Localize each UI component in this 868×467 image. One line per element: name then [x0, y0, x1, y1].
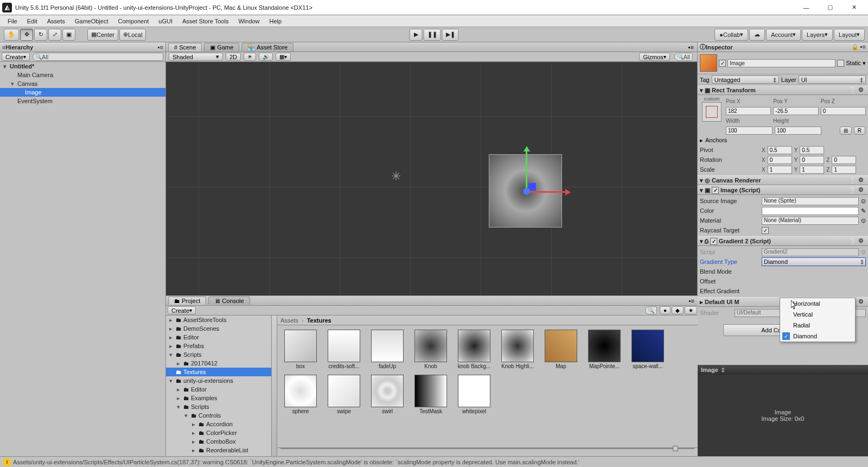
asset-item[interactable]: Knob [412, 330, 450, 369]
hierarchy-item[interactable]: EventSystem [0, 97, 165, 105]
component-gear-icon[interactable]: ⚙ [858, 176, 866, 184]
scale-x-input[interactable] [768, 166, 792, 174]
tab-scene[interactable]: #Scene [168, 43, 202, 51]
gameobject-name-input[interactable] [727, 59, 835, 67]
popup-item-radial[interactable]: Radial [780, 320, 855, 331]
menu-edit[interactable]: Edit [23, 17, 42, 26]
project-save-search[interactable]: ★ [685, 306, 697, 314]
mode-2d-toggle[interactable]: 2D [226, 53, 241, 61]
rot-x-input[interactable] [768, 156, 792, 164]
minimize-button[interactable]: — [794, 1, 818, 15]
draw-mode-dropdown[interactable]: Shaded▾ [169, 53, 223, 61]
project-folder-item[interactable]: ▾🖿Scripts [166, 402, 271, 411]
step-button[interactable]: ▶❚ [442, 29, 459, 41]
pivot-y-input[interactable] [800, 146, 824, 154]
inspector-options-icon[interactable]: 🔒 ▪≡ [851, 43, 866, 51]
hierarchy-search-input[interactable]: 🔍All [33, 53, 163, 61]
tab-project[interactable]: 🖿Project [168, 296, 206, 305]
move-handle-center[interactable] [523, 188, 530, 195]
image-script-header[interactable]: ▾ ▣ ✓ Image (Script) ❔ ⚙ [698, 185, 868, 195]
hierarchy-options-icon[interactable]: ▪≡ [158, 44, 163, 51]
project-folder-item[interactable]: ▸🖿ColorPicker [166, 428, 271, 437]
posy-input[interactable] [773, 107, 818, 115]
hand-tool-button[interactable]: ✋ [4, 29, 19, 41]
asset-item[interactable]: space-wall... [629, 330, 667, 369]
canvas-renderer-header[interactable]: ▾ ◎ Canvas Renderer ❔ ⚙ [698, 175, 868, 185]
asset-item[interactable]: MapPointe... [585, 330, 623, 369]
project-folder-item[interactable]: ▾🖿Controls [166, 411, 271, 420]
asset-item[interactable]: Knob Highli... [499, 330, 537, 369]
asset-item[interactable]: Map [542, 330, 580, 369]
project-folder-item[interactable]: ▾🖿unity-ui-extensions [166, 376, 271, 385]
gameobject-active-checkbox[interactable]: ✓ [719, 60, 726, 67]
static-dropdown-icon[interactable]: ▾ [863, 60, 866, 67]
project-folder-item[interactable]: 🖿Textures [166, 368, 271, 376]
menu-help[interactable]: Help [265, 17, 286, 26]
object-picker-icon[interactable]: ⊙ [861, 217, 866, 224]
component-help-icon[interactable]: ❔ [849, 238, 857, 245]
asset-item[interactable]: box [282, 330, 320, 369]
menu-ugui[interactable]: uGUI [154, 17, 177, 26]
breadcrumb-assets[interactable]: Assets [280, 317, 298, 324]
hierarchy-item[interactable]: ▾Canvas [0, 79, 165, 88]
gizmos-dropdown[interactable]: Gizmos ▾ [639, 53, 669, 61]
project-folder-item[interactable]: ▸🖿AssetStoreTools [166, 315, 271, 324]
component-help-icon[interactable]: ❔ [849, 87, 857, 94]
breadcrumb-textures[interactable]: Textures [307, 317, 331, 324]
project-folder-item[interactable]: ▸🖿Accordion [166, 420, 271, 428]
object-picker-icon[interactable]: ⊙ [861, 198, 866, 205]
width-input[interactable] [726, 127, 773, 135]
hierarchy-item[interactable]: Image [0, 88, 165, 97]
hierarchy-tab[interactable]: ≡ Hierarchy ▪≡ [0, 42, 165, 52]
maximize-button[interactable]: ▢ [818, 1, 842, 15]
project-divider[interactable] [272, 315, 277, 456]
gameobject-icon[interactable] [700, 54, 717, 72]
scene-fx-toggle[interactable]: ▦▾ [276, 53, 291, 61]
scene-viewport[interactable]: ✳ [166, 62, 697, 295]
rot-y-input[interactable] [800, 156, 824, 164]
posx-input[interactable] [726, 107, 771, 115]
menu-component[interactable]: Component [113, 17, 153, 26]
project-folder-item[interactable]: ▸🖿Examples [166, 394, 271, 402]
component-gear-icon[interactable]: ⚙ [858, 86, 866, 94]
rect-transform-header[interactable]: ▾ ▦ Rect Transform ❔ ⚙ [698, 85, 868, 95]
menu-assetstore[interactable]: Asset Store Tools [178, 17, 233, 26]
component-gear-icon[interactable]: ⚙ [858, 237, 866, 245]
move-handle-x[interactable] [526, 191, 566, 193]
move-tool-button[interactable]: ✥ [20, 29, 33, 41]
asset-item[interactable]: credits-soft... [325, 330, 363, 369]
menu-assets[interactable]: Assets [43, 17, 69, 26]
pause-button[interactable]: ❚❚ [424, 29, 441, 41]
popup-item-diamond[interactable]: ✓Diamond [780, 331, 855, 342]
rect-tool-button[interactable]: ▣ [62, 29, 75, 41]
image-enabled-checkbox[interactable]: ✓ [712, 187, 719, 194]
project-create-button[interactable]: Create ▾ [168, 306, 196, 314]
hierarchy-item[interactable]: ▾Untitled* [0, 62, 165, 71]
preview-header[interactable]: Image‡ [698, 365, 868, 375]
close-button[interactable]: ✕ [842, 1, 866, 15]
height-input[interactable] [775, 127, 821, 135]
scale-z-input[interactable] [832, 166, 856, 174]
component-help-icon[interactable]: ❔ [849, 177, 857, 184]
asset-item[interactable]: sphere [282, 375, 320, 414]
menu-gameobject[interactable]: GameObject [71, 17, 113, 26]
component-gear-icon[interactable]: ⚙ [858, 186, 866, 194]
color-field[interactable] [762, 207, 859, 215]
layers-button[interactable]: Layers ▾ [802, 29, 833, 41]
move-handle-y[interactable] [526, 150, 527, 193]
fold-anchors-icon[interactable]: ▸ [700, 137, 703, 144]
popup-item-horizontal[interactable]: Horizontal [780, 298, 855, 309]
scale-tool-button[interactable]: ⤢ [48, 29, 61, 41]
project-folder-item[interactable]: ▸🖿ReorderableList [166, 446, 271, 455]
source-image-field[interactable]: None (Sprite) [762, 197, 859, 205]
gradient-type-dropdown[interactable]: Diamond‡ [762, 257, 866, 266]
asset-item[interactable]: whitepixel [455, 375, 493, 414]
collab-button[interactable]: ● Collab ▾ [714, 29, 748, 41]
hierarchy-tree[interactable]: ▾Untitled*Main Camera▾CanvasImageEventSy… [0, 62, 165, 259]
project-folder-item[interactable]: ▾🖿Scripts [166, 350, 271, 359]
asset-item[interactable]: knob Backg... [455, 330, 493, 369]
project-folder-item[interactable]: ▸🖿20170412 [166, 359, 271, 368]
project-filter-label[interactable]: ◆ [672, 306, 684, 314]
tab-game[interactable]: ▣Game [204, 43, 239, 52]
project-thumbnail-slider[interactable] [277, 448, 698, 449]
